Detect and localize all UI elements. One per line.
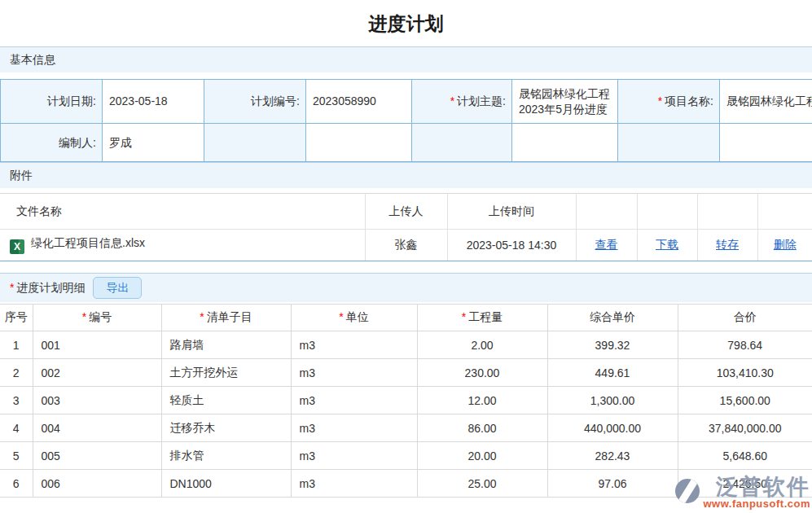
required-mark: * <box>82 310 86 323</box>
cell-item[interactable]: DN1000 <box>161 470 291 498</box>
cell-total: 15,600.00 <box>678 387 812 414</box>
cell-code[interactable]: 005 <box>33 442 161 470</box>
cell-seq: 4 <box>0 414 33 442</box>
cell-unit[interactable]: m3 <box>291 387 417 414</box>
project-name-label: *项目名称: <box>618 80 720 124</box>
plan-subject-value[interactable]: 晟铭园林绿化工程2023年5月份进度 <box>512 80 618 124</box>
col-header-unit-price: 综合单价 <box>547 305 678 331</box>
cell-unit[interactable]: m3 <box>291 359 417 387</box>
cell-code[interactable]: 002 <box>33 359 161 387</box>
table-row: 6 006 DN1000 m3 25.00 97.06 2,426.50 <box>0 470 812 498</box>
view-link[interactable]: 查看 <box>595 238 618 251</box>
cell-seq: 6 <box>0 470 33 498</box>
cell-code[interactable]: 003 <box>33 387 161 414</box>
cell-total: 2,426.50 <box>678 470 812 498</box>
cell-quantity[interactable]: 2.00 <box>417 331 547 359</box>
cell-code[interactable]: 006 <box>33 470 161 498</box>
author-label: 编制人: <box>1 124 103 162</box>
cell-unit[interactable]: m3 <box>291 414 417 442</box>
cell-unit-price: 1,300.00 <box>547 387 678 414</box>
required-mark: * <box>10 281 14 294</box>
cell-quantity[interactable]: 230.00 <box>417 359 547 387</box>
required-mark: * <box>200 310 204 323</box>
table-row: 5 005 排水管 m3 20.00 282.43 5,648.60 <box>0 442 812 470</box>
table-row: 1 001 路肩墙 m3 2.00 399.32 798.64 <box>0 331 812 359</box>
attach-col-uploader: 上传人 <box>365 194 447 230</box>
required-mark: * <box>450 94 454 107</box>
detail-header-row: 序号 *编号 *清单子目 *单位 *工程量 综合单价 合价 <box>0 305 812 331</box>
col-header-item: *清单子目 <box>161 305 291 331</box>
attach-col-action <box>637 194 697 230</box>
cell-unit-price: 282.43 <box>547 442 678 470</box>
col-header-total: 合价 <box>678 305 812 331</box>
col-header-code: *编号 <box>33 305 161 331</box>
col-header-unit: *单位 <box>291 305 417 331</box>
required-mark: * <box>658 94 662 107</box>
delete-link[interactable]: 删除 <box>774 238 797 251</box>
required-mark: * <box>339 310 343 323</box>
empty-label-cell <box>204 124 306 162</box>
cell-quantity[interactable]: 25.00 <box>417 470 547 498</box>
cell-unit[interactable]: m3 <box>291 331 417 359</box>
basic-info-form: 计划日期: 2023-05-18 计划编号: 2023058990 *计划主题:… <box>0 79 812 162</box>
section-title-attachments: 附件 <box>10 169 33 182</box>
plan-date-value[interactable]: 2023-05-18 <box>103 80 204 124</box>
cell-item[interactable]: 迁移乔木 <box>161 414 291 442</box>
brand-url: www.fanpusoft.com <box>703 498 810 510</box>
attachment-upload-time: 2023-05-18 14:30 <box>447 230 576 261</box>
cell-item[interactable]: 排水管 <box>161 442 291 470</box>
transfer-link[interactable]: 转存 <box>716 238 739 251</box>
cell-quantity[interactable]: 86.00 <box>417 414 547 442</box>
plan-number-value[interactable]: 2023058990 <box>306 80 412 124</box>
plan-number-label: 计划编号: <box>204 80 306 124</box>
cell-unit-price: 449.61 <box>547 359 678 387</box>
cell-total: 37,840,000.00 <box>678 414 812 442</box>
download-link[interactable]: 下载 <box>656 238 678 251</box>
attachment-uploader: 张鑫 <box>365 230 447 261</box>
section-header-attachments: 附件 <box>0 162 812 188</box>
cell-unit-price: 440,000.00 <box>547 414 678 442</box>
table-row: 3 003 轻质土 m3 12.00 1,300.00 15,600.00 <box>0 387 812 414</box>
cell-unit[interactable]: m3 <box>291 470 417 498</box>
cell-code[interactable]: 004 <box>33 414 161 442</box>
cell-item[interactable]: 土方开挖外运 <box>161 359 291 387</box>
cell-unit[interactable]: m3 <box>291 442 417 470</box>
cell-code[interactable]: 001 <box>33 331 161 359</box>
export-button[interactable]: 导出 <box>93 277 142 299</box>
empty-label-cell <box>412 124 512 162</box>
cell-seq: 5 <box>0 442 33 470</box>
empty-value-cell <box>512 124 618 162</box>
cell-seq: 2 <box>0 359 33 387</box>
cell-seq: 1 <box>0 331 33 359</box>
cell-total: 5,648.60 <box>678 442 812 470</box>
table-row: 4 004 迁移乔木 m3 86.00 440,000.00 37,840,00… <box>0 414 812 442</box>
attach-col-action <box>757 194 812 230</box>
table-row: 2 002 土方开挖外运 m3 230.00 449.61 103,410.30 <box>0 359 812 387</box>
cell-item[interactable]: 路肩墙 <box>161 331 291 359</box>
section-header-plan-detail: *进度计划明细 导出 <box>0 273 812 302</box>
col-header-quantity: *工程量 <box>417 305 547 331</box>
cell-quantity[interactable]: 20.00 <box>417 442 547 470</box>
project-name-value[interactable]: 晟铭园林绿化工程 <box>720 80 812 124</box>
attach-col-action <box>576 194 637 230</box>
cell-unit-price: 399.32 <box>547 331 678 359</box>
section-title-basic-info: 基本信息 <box>10 53 55 66</box>
required-mark: * <box>462 310 466 323</box>
attachment-row: X绿化工程项目信息.xlsx 张鑫 2023-05-18 14:30 查看 下载… <box>0 230 812 261</box>
cell-seq: 3 <box>0 387 33 414</box>
attachments-table: 文件名称 上传人 上传时间 X绿化工程项目信息.xlsx 张鑫 2023-05-… <box>0 193 812 261</box>
cell-unit-price: 97.06 <box>547 470 678 498</box>
cell-item[interactable]: 轻质土 <box>161 387 291 414</box>
empty-value-cell <box>306 124 412 162</box>
page-title: 进度计划 <box>0 0 812 46</box>
cell-total: 103,410.30 <box>678 359 812 387</box>
section-header-basic-info: 基本信息 <box>0 46 812 72</box>
plan-subject-label: *计划主题: <box>412 80 512 124</box>
section-title-plan-detail: *进度计划明细 <box>10 281 85 296</box>
cell-total: 798.64 <box>678 331 812 359</box>
attach-col-action <box>697 194 757 230</box>
page: 进度计划 基本信息 计划日期: 2023-05-18 计划编号: 2023058… <box>0 0 812 513</box>
attach-col-file-name: 文件名称 <box>0 194 365 230</box>
cell-quantity[interactable]: 12.00 <box>417 387 547 414</box>
author-value[interactable]: 罗成 <box>103 124 204 162</box>
